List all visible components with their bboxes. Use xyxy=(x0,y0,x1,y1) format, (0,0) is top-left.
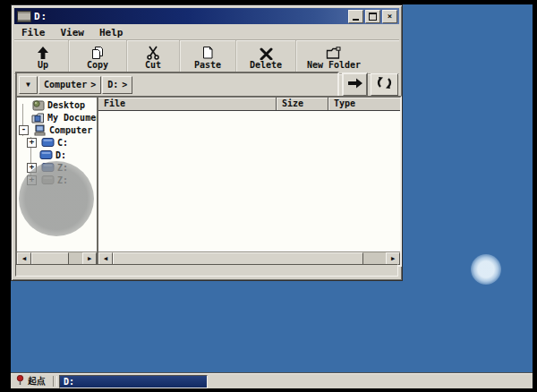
scroll-right-icon: ▶ xyxy=(391,255,395,262)
start-logo-icon xyxy=(16,375,24,388)
breadcrumb-chevron: > xyxy=(122,80,127,89)
scroll-left-icon: ◀ xyxy=(104,255,107,262)
address-bar: ▼ Computer > D: > xyxy=(15,73,398,96)
list-horizontal-scrollbar[interactable]: ◀ ▶ xyxy=(98,251,400,265)
close-icon: × xyxy=(388,13,392,21)
address-dropdown-button[interactable]: ▼ xyxy=(19,76,38,94)
drive-icon-blue xyxy=(41,137,55,149)
tree-item-my-documents[interactable]: My Documents xyxy=(17,111,97,124)
paste-icon xyxy=(200,45,215,60)
collapse-box[interactable]: - xyxy=(19,125,29,135)
touch-indicator-large xyxy=(19,161,94,236)
tree-horizontal-scrollbar[interactable]: ◀ ▶ xyxy=(17,251,97,265)
window-drive-icon xyxy=(17,11,31,22)
menu-help[interactable]: Help xyxy=(99,27,124,38)
copy-label: Copy xyxy=(87,61,108,70)
taskbar-divider xyxy=(53,376,57,387)
maximize-icon xyxy=(369,13,377,21)
tree-item-drive-c[interactable]: + C: xyxy=(17,136,97,149)
go-button[interactable] xyxy=(342,72,368,97)
new-folder-label: New Folder xyxy=(307,61,361,70)
tree-item-desktop[interactable]: Desktop xyxy=(17,98,97,111)
scroll-left-button[interactable]: ◀ xyxy=(17,252,31,265)
new-folder-button[interactable]: New Folder xyxy=(296,40,371,73)
scroll-right-button[interactable]: ▶ xyxy=(386,252,400,265)
address-input[interactable] xyxy=(133,77,336,93)
minimize-icon xyxy=(353,19,359,21)
breadcrumb-label: D: xyxy=(107,80,118,89)
toolbar: Up Copy Cut xyxy=(14,39,399,74)
file-list-header: File Size Type xyxy=(98,98,400,111)
address-frame: ▼ Computer > D: > xyxy=(15,72,339,98)
screen: D: × File View Help Up xyxy=(0,0,537,392)
tree-item-label: D: xyxy=(55,150,66,160)
window-title: D: xyxy=(34,11,47,22)
menubar: File View Help xyxy=(15,26,398,38)
refresh-icon xyxy=(376,75,393,94)
delete-button[interactable]: Delete xyxy=(236,40,296,73)
tree-item-label: C: xyxy=(57,138,68,148)
file-list-panel: File Size Type ◀ ▶ xyxy=(97,96,402,267)
column-header-size[interactable]: Size xyxy=(277,98,328,110)
paste-label: Paste xyxy=(194,61,221,70)
computer-icon xyxy=(33,124,47,136)
chevron-down-icon: ▼ xyxy=(26,81,30,89)
tree-item-label: Computer xyxy=(49,125,92,135)
taskbar: 起点 D: xyxy=(11,373,533,388)
scrollbar-track[interactable] xyxy=(69,252,82,265)
documents-folder-icon xyxy=(31,112,45,124)
tree-item-drive-d[interactable]: D: xyxy=(17,149,97,161)
breadcrumb-chevron: > xyxy=(90,80,96,89)
scrollbar-thumb[interactable] xyxy=(113,252,363,265)
copy-button[interactable]: Copy xyxy=(69,40,127,73)
minimize-button[interactable] xyxy=(348,10,363,23)
start-button[interactable]: 起点 xyxy=(13,375,51,388)
copy-icon xyxy=(90,45,105,60)
scroll-right-icon: ▶ xyxy=(88,255,91,262)
task-button-d[interactable]: D: xyxy=(59,375,208,388)
titlebar[interactable]: D: × xyxy=(14,8,399,24)
up-label: Up xyxy=(38,61,48,70)
breadcrumb-label: Computer xyxy=(44,80,87,89)
column-header-file[interactable]: File xyxy=(98,98,277,110)
menu-view[interactable]: View xyxy=(61,27,85,38)
breadcrumb-drive-d[interactable]: D: > xyxy=(102,76,132,94)
start-label: 起点 xyxy=(28,375,46,388)
up-button[interactable]: Up xyxy=(18,40,69,73)
scrollbar-thumb[interactable] xyxy=(31,252,69,265)
delete-label: Delete xyxy=(250,61,282,70)
task-button-label: D: xyxy=(64,377,74,387)
refresh-button[interactable] xyxy=(371,73,398,96)
expand-box[interactable]: + xyxy=(27,138,37,148)
tree-item-computer[interactable]: - Computer xyxy=(17,124,97,136)
scissors-icon xyxy=(146,45,160,60)
cut-button[interactable]: Cut xyxy=(127,40,180,73)
scroll-right-button[interactable]: ▶ xyxy=(82,252,97,265)
scrollbar-track[interactable] xyxy=(363,252,386,265)
scroll-left-icon: ◀ xyxy=(22,255,26,262)
desktop-icon xyxy=(31,99,45,111)
column-header-type[interactable]: Type xyxy=(328,98,400,110)
tree-item-label: Desktop xyxy=(47,100,85,110)
go-arrow-icon xyxy=(347,76,363,93)
maximize-button[interactable] xyxy=(365,10,380,23)
delete-x-icon xyxy=(260,45,273,60)
menu-file[interactable]: File xyxy=(21,27,46,38)
status-bar xyxy=(15,264,398,277)
file-manager-window: D: × File View Help Up xyxy=(11,4,403,281)
tree-item-label: My Documents xyxy=(47,113,97,123)
breadcrumb-computer[interactable]: Computer > xyxy=(38,76,101,94)
cut-label: Cut xyxy=(145,61,161,70)
drive-icon-blue xyxy=(39,149,53,161)
scroll-left-button[interactable]: ◀ xyxy=(98,252,113,265)
close-button[interactable]: × xyxy=(382,10,397,23)
new-folder-icon xyxy=(326,45,342,60)
cursor-highlight xyxy=(471,254,501,285)
up-arrow-icon xyxy=(36,45,50,60)
paste-button[interactable]: Paste xyxy=(180,40,236,73)
